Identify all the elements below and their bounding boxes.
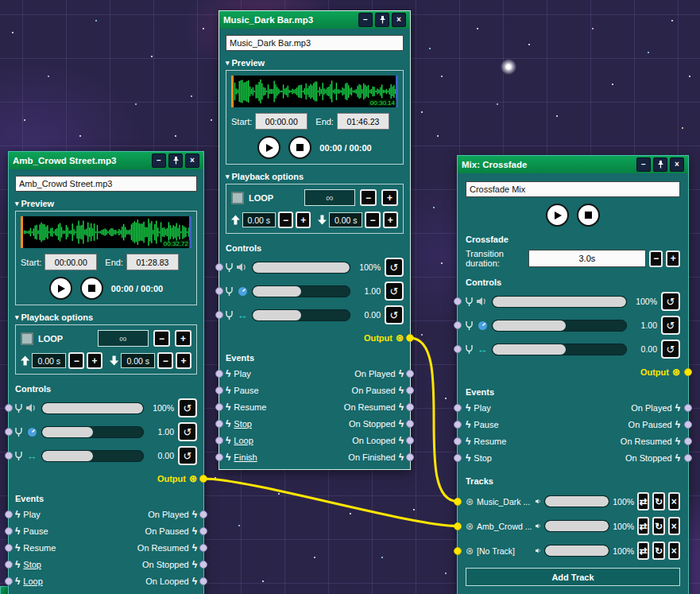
pan-slider[interactable] <box>41 450 144 462</box>
track-swap-button[interactable]: ⇄ <box>637 492 649 511</box>
track-input-port[interactable] <box>454 547 462 555</box>
event-on-played[interactable]: On Playedϟ <box>354 368 404 379</box>
fade-in-minus-button[interactable]: − <box>68 352 84 369</box>
event-on-finished[interactable]: On Finishedϟ <box>348 452 404 463</box>
event-on-played-port[interactable] <box>684 404 692 412</box>
event-on-stopped[interactable]: On Stoppedϟ <box>142 559 197 570</box>
speed-reset-button[interactable]: ↺ <box>661 316 680 335</box>
fade-out-minus-button[interactable]: − <box>157 352 173 369</box>
event-pause-port[interactable] <box>215 386 223 394</box>
fade-in-minus-button[interactable]: − <box>278 212 293 228</box>
node-titlebar[interactable]: Amb_Crowd Street.mp3 − × <box>9 152 203 169</box>
loop-minus-button[interactable]: − <box>153 330 170 347</box>
loop-plus-button[interactable]: + <box>175 330 191 347</box>
fade-in-input[interactable]: 0.00 s <box>32 353 66 368</box>
event-finish-port[interactable] <box>215 453 223 461</box>
event-on-resumed-port[interactable] <box>406 403 414 411</box>
event-on-paused-port[interactable] <box>406 386 414 394</box>
close-button[interactable]: × <box>185 153 199 168</box>
play-button[interactable] <box>49 277 72 300</box>
track-input-port[interactable] <box>454 522 462 530</box>
waveform-display[interactable]: 00:30.14 <box>231 76 398 107</box>
speed-input-port[interactable] <box>215 287 223 295</box>
event-on-looped[interactable]: On Loopedϟ <box>352 435 404 446</box>
volume-input-port[interactable] <box>215 263 223 271</box>
event-stop[interactable]: ϟStop <box>226 418 252 429</box>
play-button[interactable] <box>257 136 280 159</box>
event-pause[interactable]: ϟPause <box>226 385 259 396</box>
pan-input-port[interactable] <box>215 311 223 319</box>
preview-section-header[interactable]: ▾ Preview <box>226 58 404 68</box>
event-resume-port[interactable] <box>215 403 223 411</box>
speed-slider[interactable] <box>492 320 627 332</box>
event-on-resumed[interactable]: On Resumedϟ <box>344 402 404 413</box>
node-titlebar[interactable]: Mix: Crossfade − × <box>458 156 688 173</box>
event-resume-port[interactable] <box>454 437 462 445</box>
transition-plus-button[interactable]: + <box>666 250 680 267</box>
speed-input-port[interactable] <box>454 321 462 329</box>
pan-slider[interactable] <box>252 309 350 321</box>
event-loop-port[interactable] <box>215 437 223 445</box>
volume-reset-button[interactable]: ↺ <box>661 292 680 311</box>
loop-checkbox[interactable] <box>231 192 244 204</box>
stop-button[interactable] <box>577 204 600 227</box>
track-volume-slider[interactable] <box>544 545 609 557</box>
preview-section-header[interactable]: ▾ Preview <box>15 199 197 208</box>
pan-reset-button[interactable]: ↺ <box>178 446 197 465</box>
event-on-stopped[interactable]: On Stoppedϟ <box>349 418 404 429</box>
transition-minus-button[interactable]: − <box>649 250 663 267</box>
pan-input-port[interactable] <box>5 452 13 460</box>
filename-input[interactable] <box>15 176 197 192</box>
event-stop[interactable]: ϟStop <box>466 452 492 464</box>
fade-out-input[interactable]: 0.00 s <box>121 353 155 368</box>
loop-plus-button[interactable]: + <box>381 189 398 206</box>
stop-button[interactable] <box>80 277 103 300</box>
event-on-played-port[interactable] <box>199 511 207 518</box>
event-on-looped[interactable]: On Loopedϟ <box>145 576 197 587</box>
add-track-button[interactable]: Add Track <box>466 568 680 586</box>
fade-in-plus-button[interactable]: + <box>87 352 102 369</box>
event-play[interactable]: ϟPlay <box>226 368 251 379</box>
event-play[interactable]: ϟPlay <box>15 509 41 520</box>
output-port[interactable] <box>406 334 414 342</box>
speed-slider[interactable] <box>252 285 350 297</box>
pin-button[interactable] <box>168 153 183 168</box>
pan-input-port[interactable] <box>454 345 462 353</box>
track-input-port[interactable] <box>454 498 462 506</box>
track-sync-button[interactable]: ↻ <box>652 542 664 560</box>
event-stop-port[interactable] <box>215 420 223 428</box>
audio-node-music-dark-bar[interactable]: Music_Dark Bar.mp3 − × ▾ Preview 00:30.1… <box>219 10 411 470</box>
close-button[interactable]: × <box>392 13 406 27</box>
event-on-resumed-port[interactable] <box>199 544 207 552</box>
event-on-paused-port[interactable] <box>684 421 692 429</box>
event-finish[interactable]: ϟFinish <box>226 452 257 463</box>
event-on-played[interactable]: On Playedϟ <box>631 402 680 413</box>
fade-out-minus-button[interactable]: − <box>365 212 380 228</box>
track-volume-slider[interactable] <box>544 495 609 507</box>
event-on-finished-port[interactable] <box>406 453 414 461</box>
close-button[interactable]: × <box>670 157 684 172</box>
event-on-played-port[interactable] <box>406 370 414 378</box>
event-play-port[interactable] <box>215 370 223 378</box>
playback-options-header[interactable]: ▾ Playback options <box>15 313 197 322</box>
pan-slider[interactable] <box>492 344 627 355</box>
track-remove-button[interactable]: × <box>668 517 680 535</box>
track-swap-button[interactable]: ⇄ <box>637 542 649 560</box>
start-time-input[interactable] <box>44 254 97 270</box>
event-on-paused[interactable]: On Pausedϟ <box>352 385 404 396</box>
speed-input-port[interactable] <box>5 428 13 436</box>
event-play-port[interactable] <box>454 404 462 412</box>
fade-out-plus-button[interactable]: + <box>176 352 191 369</box>
speed-reset-button[interactable]: ↺ <box>385 281 404 301</box>
event-stop-port[interactable] <box>454 454 462 462</box>
node-editor-canvas[interactable]: Amb_Crowd Street.mp3 − × ▾ Preview 00:32… <box>0 0 700 594</box>
speed-reset-button[interactable]: ↺ <box>178 422 197 441</box>
event-on-stopped-port[interactable] <box>199 561 207 569</box>
fade-in-input[interactable]: 0.00 s <box>242 212 276 227</box>
event-play-port[interactable] <box>5 511 13 518</box>
pin-button[interactable] <box>653 157 667 172</box>
end-time-input[interactable] <box>337 113 389 130</box>
volume-reset-button[interactable]: ↺ <box>178 398 197 417</box>
event-pause-port[interactable] <box>454 421 462 429</box>
event-play[interactable]: ϟPlay <box>466 402 491 413</box>
